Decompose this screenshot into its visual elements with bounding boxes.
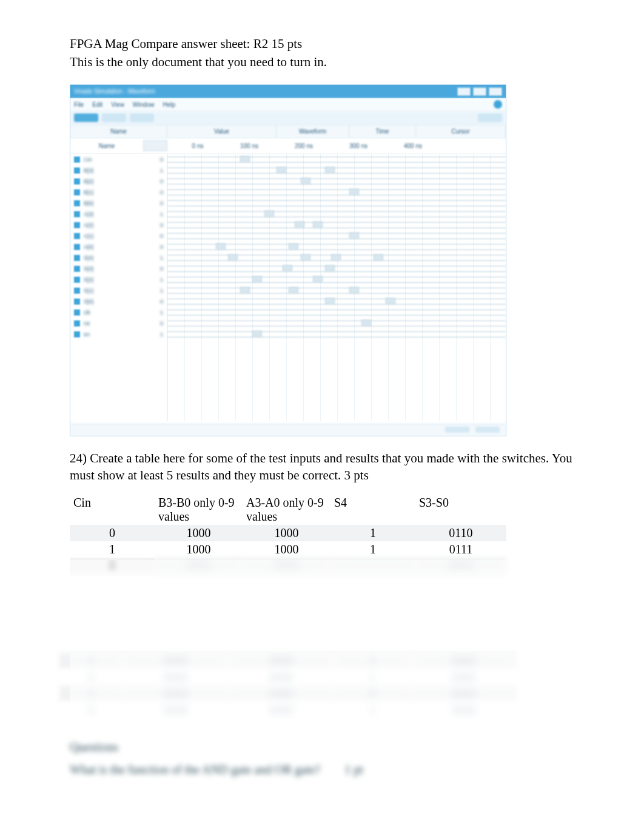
waveform-transition (295, 221, 304, 228)
cell-cin: 1 (70, 541, 155, 558)
signal-name: A[2] (84, 222, 93, 228)
signal-value: 1 (160, 255, 163, 261)
waveform-trace (167, 277, 506, 283)
table-row: 0 1000 1000 1 0110 (70, 525, 506, 541)
minimize-icon[interactable] (457, 87, 471, 96)
lower-table-wrap: 1 0000 0000 1 0000 0 0000 0000 1 0000 1 … (70, 653, 574, 718)
ribbon-tab-zoom[interactable] (102, 113, 126, 122)
checkbox-icon[interactable] (74, 222, 80, 228)
checkbox-icon[interactable] (74, 211, 80, 217)
checkbox-icon[interactable] (74, 288, 80, 294)
checkbox-icon[interactable] (74, 331, 80, 337)
cell-cin: 0 (70, 558, 155, 574)
signal-name: B[0] (84, 200, 93, 206)
q24-line-a: 24) Create a table here for some of the … (70, 450, 574, 467)
menu-window[interactable]: Window (133, 101, 155, 108)
waveform-trace (167, 266, 506, 272)
results-table-wrap: Cin B3-B0 only 0-9 values A3-A0 only 0-9… (70, 495, 574, 574)
question-line: What is the function of the AND gate and… (70, 763, 574, 777)
waveform-row (167, 231, 506, 242)
signal-row: clk1 (70, 307, 167, 318)
checkbox-icon[interactable] (74, 189, 80, 195)
signal-row: S[4]1 (70, 252, 167, 263)
checkbox-icon[interactable] (74, 178, 80, 184)
signal-row: S[1]1 (70, 285, 167, 296)
waveform-transition (386, 298, 395, 304)
signal-value: 0 (160, 200, 163, 206)
cell-s-hidden: 0000 (415, 558, 506, 574)
signal-value: 0 (160, 266, 163, 272)
waveform-trace (167, 189, 506, 195)
signal-value: 1 (160, 331, 163, 337)
cell-b: 1000 (155, 541, 243, 558)
waveform-row (167, 176, 506, 187)
waveform-transition (240, 156, 250, 162)
signal-value: 0 (160, 299, 163, 305)
table-row: 0 0000 0000 0000 (70, 558, 506, 574)
checkbox-icon[interactable] (74, 255, 80, 261)
waveform-transition (264, 211, 274, 217)
waveform-transition (325, 265, 335, 271)
ribbon-tab-cursor[interactable] (130, 113, 154, 122)
checkbox-icon[interactable] (74, 277, 80, 283)
waveform-trace (167, 178, 506, 184)
q1-text: What is the function of the AND gate and… (70, 763, 320, 777)
help-icon[interactable] (494, 100, 502, 109)
menu-help[interactable]: Help (163, 101, 175, 108)
th-cin: Cin (70, 495, 155, 525)
waveform-transition (349, 287, 359, 293)
menu-edit[interactable]: Edit (92, 101, 102, 108)
waveform-row (167, 285, 506, 296)
menu-file[interactable]: File (74, 101, 84, 108)
waveform-transition (252, 276, 262, 282)
cell-a: 1000 (243, 541, 330, 558)
results-table: Cin B3-B0 only 0-9 values A3-A0 only 0-9… (70, 495, 506, 574)
th-b: B3-B0 only 0-9 values (155, 495, 243, 525)
checkbox-icon[interactable] (74, 200, 80, 206)
col-waveform: Waveform (277, 125, 349, 138)
checkbox-icon[interactable] (74, 244, 80, 250)
titlebar: Vivado Simulation - Waveform (70, 85, 506, 98)
ribbon-tab-run[interactable] (74, 113, 98, 122)
checkbox-icon[interactable] (74, 167, 80, 174)
signal-list: Cin0B[3]1B[2]0B[1]0B[0]0A[3]1A[2]0A[1]0A… (70, 154, 167, 421)
subcol-0ns: 0 ns (173, 138, 222, 154)
waveform-trace (167, 157, 506, 163)
checkbox-icon[interactable] (74, 320, 80, 326)
signal-row: B[1]0 (70, 187, 167, 198)
waveform-row (167, 296, 506, 307)
checkbox-icon[interactable] (74, 233, 80, 239)
lower-table: 1 0000 0000 1 0000 0 0000 0000 1 0000 1 … (59, 653, 517, 718)
signal-row: B[2]0 (70, 176, 167, 187)
signal-row: S[0]0 (70, 296, 167, 307)
waveform-trace (167, 222, 506, 228)
table-row: 1 0000 0000 1 0000 (59, 653, 517, 669)
checkbox-icon[interactable] (74, 309, 80, 316)
ribbon-chip[interactable] (478, 113, 502, 122)
th-s: S3-S0 (415, 495, 506, 525)
document-page: FPGA Mag Compare answer sheet: R2 15 pts… (0, 0, 644, 835)
table-row: 0 0000 0000 1 0000 (59, 702, 517, 718)
waveform-trace (167, 200, 506, 206)
waveform-transition (216, 243, 226, 249)
checkbox-icon[interactable] (74, 157, 80, 163)
cell-s4: 1 (330, 541, 415, 558)
waveform-area[interactable] (167, 154, 506, 421)
signal-name: B[1] (84, 189, 93, 195)
cell-b: 1000 (155, 525, 243, 541)
waveform-transition (283, 265, 292, 271)
subcol-400ns: 400 ns (386, 138, 440, 154)
maximize-icon[interactable] (473, 87, 486, 96)
cell-a: 1000 (243, 525, 330, 541)
cell-cin: 0 (70, 525, 155, 541)
waveform-transition (349, 232, 359, 238)
waveform-trace (167, 331, 506, 337)
signal-name: S[3] (84, 266, 93, 272)
waveform-transition (301, 178, 310, 184)
col-cursor: Cursor (416, 125, 506, 138)
menu-view[interactable]: View (111, 101, 124, 108)
signal-name: A[0] (84, 244, 93, 250)
close-icon[interactable] (489, 87, 502, 96)
checkbox-icon[interactable] (74, 299, 80, 305)
checkbox-icon[interactable] (74, 266, 80, 272)
